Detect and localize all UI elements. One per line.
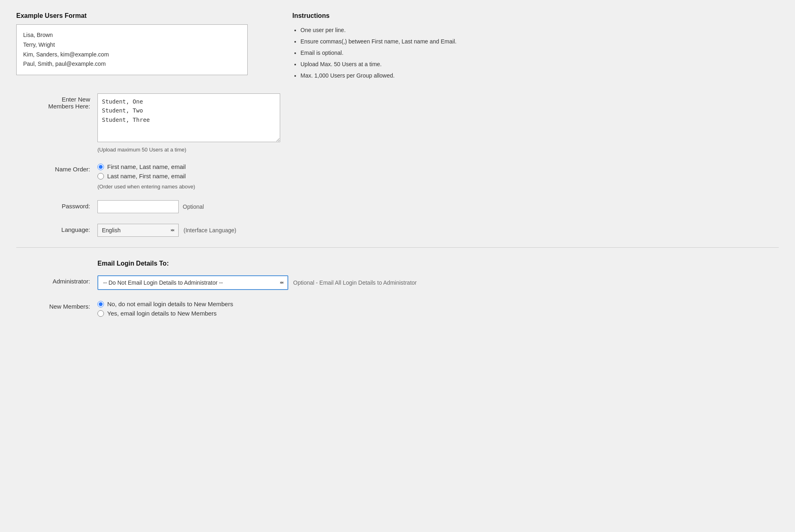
example-line-2: Terry, Wright [23,40,241,50]
name-order-hint: (Order used when entering names above) [97,184,779,190]
members-hint: (Upload maximum 50 Users at a time) [97,147,779,153]
name-order-radio-group: First name, Last name, email Last name, … [97,163,779,190]
instruction-item-3: Email is optional. [300,47,779,58]
name-order-label: Name Order: [16,163,97,173]
name-order-control: First name, Last name, email Last name, … [97,163,779,190]
language-inline: English Spanish French German Chinese (I… [97,224,779,237]
new-members-radio-group: No, do not email login details to New Me… [97,301,779,317]
password-input[interactable] [97,200,179,213]
new-members-option-2[interactable]: Yes, email login details to New Members [97,310,779,317]
new-members-label-1: No, do not email login details to New Me… [107,301,233,307]
password-control: Optional [97,200,779,213]
example-line-1: Lisa, Brown [23,30,241,40]
administrator-label: Administrator: [16,275,97,285]
email-section-title: Email Login Details To: [97,260,779,267]
new-members-radio-1[interactable] [97,301,104,307]
example-line-4: Paul, Smith, paul@example.com [23,59,241,69]
form-section: Enter NewMembers Here: Student, One Stud… [16,93,779,317]
language-row: Language: English Spanish French German … [16,224,779,237]
password-row: Password: Optional [16,200,779,213]
members-textarea[interactable]: Student, One Student, Two Student, Three [97,93,280,142]
members-label: Enter NewMembers Here: [16,93,97,110]
language-hint: (Interface Language) [184,227,236,234]
administrator-inline: -- Do Not Email Login Details to Adminis… [97,275,779,290]
top-section: Example Users Format Lisa, Brown Terry, … [16,12,779,81]
name-order-option-1[interactable]: First name, Last name, email [97,163,779,170]
new-members-row: New Members: No, do not email login deta… [16,301,779,317]
language-select[interactable]: English Spanish French German Chinese [97,224,179,237]
language-label: Language: [16,224,97,233]
password-optional: Optional [183,203,204,210]
instruction-item-2: Ensure commas(,) between First name, Las… [300,36,779,47]
new-members-control: No, do not email login details to New Me… [97,301,779,317]
instructions-section: Instructions One user per line. Ensure c… [292,12,779,81]
password-inline: Optional [97,200,779,213]
instruction-item-1: One user per line. [300,24,779,36]
new-members-label-2: Yes, email login details to New Members [107,310,217,317]
members-control: Student, One Student, Two Student, Three… [97,93,779,153]
members-row: Enter NewMembers Here: Student, One Stud… [16,93,779,153]
instructions-list: One user per line. Ensure commas(,) betw… [292,24,779,81]
name-order-radio-2[interactable] [97,173,104,179]
name-order-label-1: First name, Last name, email [107,163,186,170]
new-members-radio-2[interactable] [97,310,104,317]
divider [16,247,779,248]
instruction-item-5: Max. 1,000 Users per Group allowed. [300,70,779,81]
name-order-radio-1[interactable] [97,164,104,170]
name-order-row: Name Order: First name, Last name, email… [16,163,779,190]
new-members-label: New Members: [16,301,97,310]
example-format-section: Example Users Format Lisa, Brown Terry, … [16,12,268,81]
instruction-item-4: Upload Max. 50 Users at a time. [300,58,779,70]
instructions-title: Instructions [292,12,779,19]
example-format-box: Lisa, Brown Terry, Wright Kim, Sanders, … [16,24,248,75]
administrator-control: -- Do Not Email Login Details to Adminis… [97,275,779,290]
administrator-hint: Optional - Email All Login Details to Ad… [293,279,417,286]
page-container: Example Users Format Lisa, Brown Terry, … [0,0,795,532]
example-line-3: Kim, Sanders, kim@example.com [23,50,241,60]
password-label: Password: [16,200,97,210]
name-order-option-2[interactable]: Last name, First name, email [97,173,779,179]
new-members-option-1[interactable]: No, do not email login details to New Me… [97,301,779,307]
administrator-select[interactable]: -- Do Not Email Login Details to Adminis… [97,275,288,290]
administrator-row: Administrator: -- Do Not Email Login Det… [16,275,779,290]
name-order-label-2: Last name, First name, email [107,173,186,179]
example-format-title: Example Users Format [16,12,268,19]
language-control: English Spanish French German Chinese (I… [97,224,779,237]
